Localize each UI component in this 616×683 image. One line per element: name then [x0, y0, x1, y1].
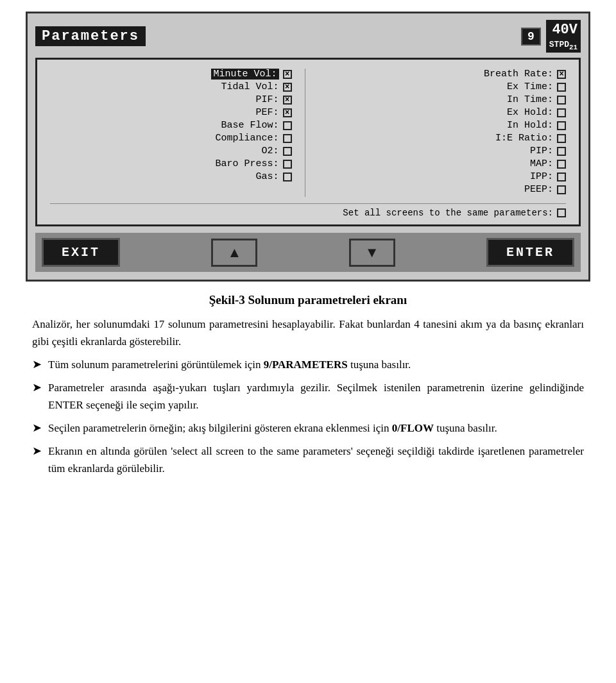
param-label: PIP: [530, 146, 553, 156]
param-label: PEEP: [524, 184, 553, 195]
param-checkbox[interactable] [283, 83, 292, 92]
param-label: Compliance: [215, 133, 278, 144]
param-label: MAP: [530, 158, 553, 169]
param-checkbox[interactable] [557, 147, 566, 156]
params-grid: Minute Vol:Tidal Vol:PIF:PEF:Base Flow:C… [50, 69, 566, 197]
right-param-row: I:E Ratio: [325, 133, 567, 144]
bullet-arrow-4: ➤ [32, 444, 42, 458]
param-label: Tidal Vol: [221, 81, 278, 92]
param-checkbox[interactable] [283, 147, 292, 156]
param-label: In Hold: [507, 120, 553, 131]
right-param-row: Breath Rate: [325, 69, 567, 80]
bottom-row: Set all screens to the same parameters: [50, 203, 566, 218]
section-title: Şekil-3 Solunum parametreleri ekranı [32, 293, 584, 307]
stpd-badge: 40V STPD21 [546, 20, 581, 53]
param-checkbox[interactable] [283, 108, 292, 117]
right-param-row: In Time: [325, 94, 567, 105]
title-bar: Parameters 9 40V STPD21 [35, 20, 581, 53]
bottom-label: Set all screens to the same parameters: [343, 208, 553, 218]
right-param-row: PIP: [325, 146, 567, 156]
left-param-row: Base Flow: [50, 120, 292, 131]
bullet-4: ➤ Ekranın en altında görülen 'select all… [32, 443, 584, 477]
left-param-row: Baro Press: [50, 158, 292, 169]
left-param-row: PEF: [50, 107, 292, 118]
left-param-row: Compliance: [50, 133, 292, 144]
param-checkbox[interactable] [557, 160, 566, 169]
bottom-checkbox[interactable] [557, 208, 566, 217]
right-param-row: MAP: [325, 158, 567, 169]
param-checkbox[interactable] [283, 70, 292, 79]
bullet-arrow-3: ➤ [32, 421, 42, 435]
param-label: Gas: [255, 171, 278, 182]
param-checkbox[interactable] [283, 121, 292, 130]
right-param-row: IPP: [325, 171, 567, 182]
exit-button[interactable]: EXIT [42, 238, 120, 267]
enter-button[interactable]: ENTER [486, 238, 574, 267]
bullet-1: ➤ Tüm solunum parametrelerini görüntülem… [32, 357, 584, 373]
param-checkbox[interactable] [283, 160, 292, 169]
param-checkbox[interactable] [557, 121, 566, 130]
right-column: Breath Rate:Ex Time:In Time:Ex Hold:In H… [305, 69, 567, 197]
bullet-arrow-1: ➤ [32, 357, 42, 371]
bullet-arrow-2: ➤ [32, 380, 42, 394]
bullet-text-3: Seçilen parametrelerin örneğin; akış bil… [48, 420, 584, 437]
param-checkbox[interactable] [557, 108, 566, 117]
param-label: Baro Press: [215, 158, 278, 169]
param-checkbox[interactable] [557, 173, 566, 181]
param-checkbox[interactable] [283, 96, 292, 105]
bullet-text-1: Tüm solunum parametrelerini görüntülemek… [48, 357, 584, 373]
param-checkbox[interactable] [557, 96, 566, 105]
param-label: O2: [261, 146, 278, 156]
left-param-row: Gas: [50, 171, 292, 182]
right-param-row: In Hold: [325, 120, 567, 131]
param-label: Base Flow: [221, 120, 278, 131]
param-checkbox[interactable] [283, 134, 292, 143]
screen-number: 9 [521, 28, 541, 46]
param-label: Minute Vol: [211, 69, 278, 80]
param-label: PIF: [255, 94, 278, 105]
stpd-label: STPD21 [549, 40, 578, 49]
down-button[interactable]: ▼ [349, 239, 395, 267]
left-param-row: O2: [50, 146, 292, 156]
param-checkbox[interactable] [557, 185, 566, 194]
para1: Analizör, her solunumdaki 17 solunum par… [32, 316, 584, 350]
param-label: PEF: [255, 107, 278, 118]
bullet-2: ➤ Parametreler arasında aşağı-yukarı tuş… [32, 380, 584, 414]
param-checkbox[interactable] [557, 83, 566, 92]
bullet-text-4: Ekranın en altında görülen 'select all s… [48, 443, 584, 477]
title-right: 9 40V STPD21 [521, 20, 581, 53]
display-area: Minute Vol:Tidal Vol:PIF:PEF:Base Flow:C… [35, 58, 581, 226]
right-param-row: PEEP: [325, 184, 567, 195]
bullet-text-2: Parametreler arasında aşağı-yukarı tuşla… [48, 380, 584, 414]
bullet-3: ➤ Seçilen parametrelerin örneğin; akış b… [32, 420, 584, 437]
right-param-row: Ex Time: [325, 81, 567, 92]
left-param-row: Minute Vol: [50, 69, 292, 80]
button-row: EXIT ▲ ▼ ENTER [35, 233, 581, 272]
param-label: Ex Hold: [507, 107, 553, 118]
left-param-row: Tidal Vol: [50, 81, 292, 92]
vol-display: 40V [549, 21, 578, 40]
param-label: I:E Ratio: [495, 133, 553, 144]
left-param-row: PIF: [50, 94, 292, 105]
monitor-panel: Parameters 9 40V STPD21 Minute Vol:Tidal… [26, 12, 590, 282]
param-label: Ex Time: [507, 81, 553, 92]
param-checkbox[interactable] [557, 70, 566, 79]
param-label: IPP: [530, 171, 553, 182]
panel-title: Parameters [35, 26, 146, 46]
up-button[interactable]: ▲ [211, 239, 257, 267]
right-param-row: Ex Hold: [325, 107, 567, 118]
param-checkbox[interactable] [557, 134, 566, 143]
body-content: Şekil-3 Solunum parametreleri ekranı Ana… [26, 293, 590, 477]
param-checkbox[interactable] [283, 173, 292, 181]
left-column: Minute Vol:Tidal Vol:PIF:PEF:Base Flow:C… [50, 69, 305, 197]
param-label: In Time: [507, 94, 553, 105]
param-label: Breath Rate: [484, 69, 553, 80]
